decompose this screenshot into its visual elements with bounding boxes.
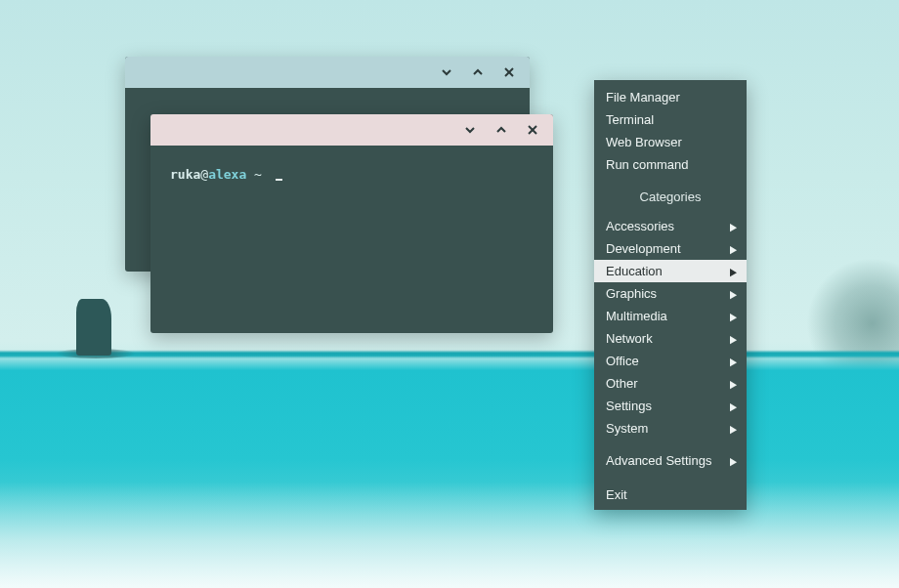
menu-item-label: Other: [606, 376, 638, 391]
menu-item-label: Terminal: [606, 112, 654, 127]
close-icon[interactable]: [524, 121, 541, 139]
menu-item-advanced-settings[interactable]: Advanced Settings ▶: [594, 449, 747, 472]
menu-categories-title: Categories: [594, 182, 747, 211]
menu-item-launcher[interactable]: Terminal: [594, 108, 747, 131]
terminal-window-active[interactable]: ruka@alexa ~: [150, 114, 553, 333]
menu-category-item[interactable]: Graphics▶: [594, 282, 747, 305]
menu-category-item[interactable]: Accessories▶: [594, 215, 747, 237]
menu-category-item[interactable]: System▶: [594, 417, 747, 440]
submenu-arrow-icon: ▶: [730, 400, 737, 412]
terminal-output[interactable]: ruka@alexa ~: [150, 146, 553, 203]
menu-category-item[interactable]: Other▶: [594, 372, 747, 395]
prompt-tail: ~: [246, 167, 269, 182]
submenu-arrow-icon: ▶: [730, 221, 737, 232]
menu-category-item[interactable]: Settings▶: [594, 395, 747, 417]
menu-item-label: File Manager: [606, 90, 680, 105]
minimize-icon[interactable]: [461, 121, 479, 139]
desktop: ruka@alexa ~ File ManagerTerminalWeb Bro…: [0, 0, 899, 588]
maximize-icon[interactable]: [492, 121, 510, 139]
submenu-arrow-icon: ▶: [730, 288, 737, 300]
menu-item-exit[interactable]: Exit: [594, 483, 747, 506]
menu-category-item[interactable]: Office▶: [594, 350, 747, 372]
menu-item-label: Accessories: [606, 219, 674, 233]
close-icon[interactable]: [500, 63, 518, 81]
menu-separator: [594, 440, 747, 449]
prompt-at: @: [200, 167, 208, 182]
menu-item-label: Office: [606, 354, 639, 368]
menu-item-label: System: [606, 421, 648, 436]
submenu-arrow-icon: ▶: [730, 333, 737, 345]
menu-category-item[interactable]: Network▶: [594, 327, 747, 350]
menu-item-label: Development: [606, 241, 681, 256]
submenu-arrow-icon: ▶: [730, 378, 737, 390]
submenu-arrow-icon: ▶: [730, 243, 737, 255]
submenu-arrow-icon: ▶: [730, 455, 737, 467]
submenu-arrow-icon: ▶: [730, 423, 737, 435]
menu-item-label: Exit: [606, 487, 627, 502]
menu-item-label: Multimedia: [606, 309, 667, 323]
menu-categories: Accessories▶Development▶Education▶Graphi…: [594, 215, 747, 440]
menu-item-label: Graphics: [606, 286, 657, 301]
menu-separator: [594, 472, 747, 482]
menu-item-label: Education: [606, 264, 663, 278]
cursor: [276, 179, 282, 181]
submenu-arrow-icon: ▶: [730, 356, 737, 367]
prompt-host: alexa: [208, 167, 246, 182]
menu-category-item[interactable]: Development▶: [594, 237, 747, 260]
menu-item-launcher[interactable]: Web Browser: [594, 131, 747, 153]
menu-item-label: Run command: [606, 157, 689, 172]
menu-launchers: File ManagerTerminalWeb BrowserRun comma…: [594, 86, 747, 176]
menu-item-label: Settings: [606, 399, 652, 413]
titlebar-active[interactable]: [150, 114, 553, 146]
menu-item-label: Web Browser: [606, 135, 682, 149]
menu-item-launcher[interactable]: File Manager: [594, 86, 747, 108]
menu-category-item[interactable]: Multimedia▶: [594, 305, 747, 327]
wallpaper-rock: [76, 299, 111, 356]
menu-item-label: Network: [606, 331, 653, 346]
maximize-icon[interactable]: [469, 63, 487, 81]
submenu-arrow-icon: ▶: [730, 311, 737, 322]
submenu-arrow-icon: ▶: [730, 266, 737, 277]
application-menu: File ManagerTerminalWeb BrowserRun comma…: [594, 80, 747, 510]
menu-category-item[interactable]: Education▶: [594, 260, 747, 282]
menu-item-launcher[interactable]: Run command: [594, 153, 747, 176]
minimize-icon[interactable]: [438, 63, 455, 81]
titlebar-inactive[interactable]: [125, 57, 530, 88]
prompt-user: ruka: [170, 167, 200, 182]
menu-item-label: Advanced Settings: [606, 453, 711, 468]
